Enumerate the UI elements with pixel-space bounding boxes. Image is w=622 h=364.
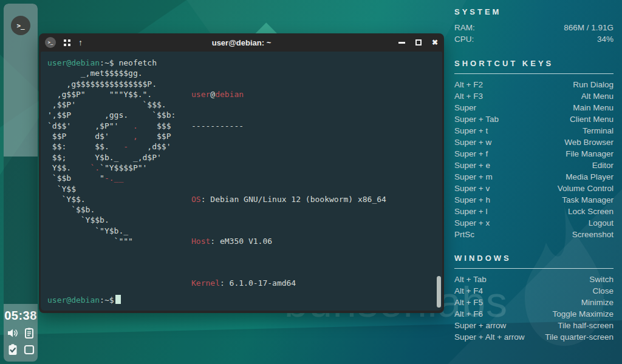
window-title: user@debian: ~: [39, 38, 444, 47]
command-line: user@debian:~$ neofetch: [47, 58, 442, 68]
neofetch-info-row: OS: Debian GNU/Linux 12 (bookworm) x86_6…: [191, 194, 405, 204]
maximize-icon[interactable]: [415, 39, 422, 46]
neofetch-info-rows: OS: Debian GNU/Linux 12 (bookworm) x86_6…: [191, 152, 405, 311]
windows-row: Alt + F6Toggle Maximize: [454, 308, 613, 320]
windows-row: Alt + TabSwitch: [454, 274, 613, 285]
windows-row: Alt + F4Close: [454, 285, 613, 297]
terminal-window: >_ ↑ user@debian: ~ ✖ user@debian:~$ neo…: [39, 33, 444, 313]
windows-rows: Alt + TabSwitch Alt + F4Close Alt + F5Mi…: [454, 274, 613, 343]
shortcut-row: Super + TabClient Menu: [454, 113, 613, 125]
clipboard-icon[interactable]: [23, 327, 35, 339]
all-desktops-icon[interactable]: [64, 39, 70, 46]
terminal-icon: >_: [11, 16, 30, 35]
shortcut-row: Super + mMedia Player: [454, 171, 613, 183]
windows-row: Alt + F5Minimize: [454, 297, 613, 308]
neofetch-info-row: Kernel: 6.1.0-17-amd64: [191, 278, 405, 288]
prompt-path: :~$: [100, 58, 114, 67]
shortcut-row: Super + eEditor: [454, 160, 613, 171]
neofetch-userhost: user@debian: [191, 89, 405, 99]
window-titlebar[interactable]: >_ ↑ user@debian: ~ ✖: [39, 33, 444, 52]
shortcut-row: Super + wWeb Browser: [454, 136, 613, 148]
shortcut-row: Super + xLogout: [454, 217, 613, 229]
shade-up-icon[interactable]: ↑: [78, 38, 83, 47]
shortcut-row: PrtScScreenshot: [454, 229, 613, 240]
shortcut-rows: Alt + F2Run Dialog Alt + F3Alt Menu Supe…: [454, 79, 613, 240]
system-row: RAM:866M / 1.91G: [454, 22, 613, 33]
shortcut-row: Super + tTerminal: [454, 125, 613, 136]
neofetch-info: user@debian ----------- OS: Debian GNU/L…: [191, 68, 405, 311]
screen-icon[interactable]: [23, 343, 35, 356]
windows-row: Super + arrowTile half-screen: [454, 320, 613, 331]
shortcut-row: SuperMain Menu: [454, 102, 613, 113]
minimize-icon[interactable]: [398, 42, 405, 44]
section-divider: [454, 73, 613, 74]
volume-icon[interactable]: [7, 327, 19, 339]
shortcut-row: Super + hTask Manager: [454, 194, 613, 206]
windows-title: WINDOWS: [454, 254, 613, 263]
neofetch-ascii-art: _,met$$$$$gg. ,g$$$$$$$$$$$$$$$P. ,g$$P"…: [47, 68, 191, 311]
conky-overlay: SYSTEM RAM:866M / 1.91G CPU:34% SHORTCUT…: [454, 7, 613, 343]
taskbar-empty-space: [4, 157, 38, 304]
shortcut-keys-section: SHORTCUT KEYS Alt + F2Run Dialog Alt + F…: [454, 59, 613, 240]
shell-prompt: user@debian:~$: [47, 295, 121, 305]
shortcut-row: Super + vVolume Control: [454, 183, 613, 194]
command-text: neofetch: [114, 58, 157, 67]
clock: 05:38: [4, 309, 37, 323]
system-row: CPU:34%: [454, 33, 613, 45]
terminal-cursor: [115, 295, 121, 304]
clipboard-check-icon[interactable]: [7, 343, 19, 356]
scrollbar-thumb[interactable]: [437, 276, 441, 308]
windows-row: Super + Alt + arrowTile quarter-screen: [454, 331, 613, 343]
shortcut-keys-title: SHORTCUT KEYS: [454, 59, 613, 68]
shortcut-row: Super + fFile Manager: [454, 148, 613, 160]
terminal-icon: >_: [45, 37, 56, 48]
close-icon[interactable]: ✖: [432, 39, 438, 46]
system-tray: 05:38: [4, 304, 38, 362]
neofetch-info-row: Host: eM350 V1.06: [191, 236, 405, 246]
terminal-content[interactable]: user@debian:~$ neofetch _,met$$$$$gg. ,g…: [41, 52, 442, 311]
system-section-title: SYSTEM: [454, 7, 613, 16]
prompt-user: user@debian: [47, 58, 100, 67]
shortcut-row: Alt + F3Alt Menu: [454, 90, 613, 102]
neofetch-divider: -----------: [191, 121, 405, 131]
windows-section: WINDOWS Alt + TabSwitch Alt + F4Close Al…: [454, 254, 613, 343]
shortcut-row: Alt + F2Run Dialog: [454, 79, 613, 90]
taskbar-terminal-task[interactable]: >_: [4, 4, 38, 157]
tint2-panel: >_ 05:38: [4, 4, 38, 362]
shortcut-row: Super + lLock Screen: [454, 206, 613, 217]
system-rows: RAM:866M / 1.91G CPU:34%: [454, 22, 613, 45]
section-divider: [454, 268, 613, 269]
